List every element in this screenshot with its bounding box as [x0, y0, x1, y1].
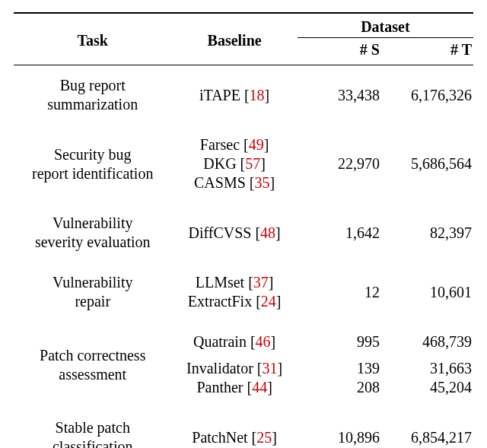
task-line1: Bug report: [60, 77, 126, 94]
data-table: Task Baseline Dataset # S # T Bug report…: [14, 12, 473, 448]
baseline-name: LLMset [: [196, 274, 253, 291]
cite-close: ]: [260, 155, 266, 172]
task-line2: classification: [53, 438, 133, 448]
cite-close: ]: [267, 379, 272, 396]
task-line2: assessment: [59, 366, 126, 383]
s-cell: 22,970: [298, 125, 384, 203]
t-cell: 6,854,217: [384, 408, 473, 448]
s-cell: 10,896: [298, 408, 384, 448]
cite-num: 48: [260, 224, 275, 241]
s-cell: 33,438: [298, 65, 384, 126]
table-container: Task Baseline Dataset # S # T Bug report…: [0, 0, 487, 448]
t-cell: 10,601: [384, 262, 473, 322]
baseline-name: Farsec [: [200, 136, 249, 153]
cite-close: ]: [277, 360, 282, 377]
cite-close: ]: [270, 174, 275, 191]
t-cell: 6,176,326: [384, 65, 473, 126]
t-cell: 5,686,564: [384, 125, 473, 203]
task-line2: repair: [75, 293, 110, 310]
task-line1: Patch correctness: [40, 347, 145, 364]
baseline-cell: Quatrain [46]: [171, 322, 297, 359]
table-row: Patch correctness assessment Quatrain [4…: [14, 322, 473, 359]
task-line2: report identification: [32, 165, 153, 182]
cite-close: ]: [275, 224, 281, 241]
cite-num: 35: [255, 174, 270, 191]
task-line1: Stable patch: [56, 419, 130, 436]
s-cell: 995: [298, 322, 384, 359]
table-row: Vulnerability severity evaluation DiffCV…: [14, 203, 473, 262]
baseline-name: iTAPE [: [199, 87, 250, 103]
task-line2: severity evaluation: [35, 234, 151, 250]
task-line1: Vulnerability: [53, 214, 132, 231]
cite-num: 31: [262, 360, 277, 377]
task-line1: Vulnerability: [53, 274, 132, 291]
task-cell: Patch correctness assessment: [14, 322, 171, 408]
cite-num: 57: [245, 155, 260, 172]
cite-close: ]: [271, 333, 276, 350]
baseline-cell: iTAPE [18]: [171, 65, 297, 126]
cite-num: 18: [250, 87, 265, 103]
table-row: Security bug report identification Farse…: [14, 125, 473, 203]
baseline-cell: DiffCVSS [48]: [171, 203, 297, 262]
cite-num: 49: [249, 136, 264, 153]
cite-close: ]: [269, 274, 274, 291]
baseline-name: Invalidator [: [186, 360, 262, 377]
baseline-name: PatchNet [: [192, 429, 256, 446]
cite-close: ]: [264, 136, 269, 153]
col-task: Task: [14, 13, 171, 65]
header-row-1: Task Baseline Dataset: [14, 13, 473, 38]
col-t: # T: [384, 38, 473, 65]
col-dataset: Dataset: [298, 13, 473, 38]
baseline-cell: PatchNet [25]: [171, 408, 297, 448]
table-row: Stable patch classification PatchNet [25…: [14, 408, 473, 448]
task-line2: summarization: [47, 96, 138, 113]
baseline-name: Quatrain [: [193, 333, 256, 350]
cite-close: ]: [276, 293, 282, 310]
table-row: Vulnerability repair LLMset [37] Extract…: [14, 262, 473, 322]
baseline-name: DKG [: [203, 155, 245, 172]
cite-num: 24: [261, 293, 276, 310]
t-cell: 468,739: [384, 322, 473, 359]
cite-num: 25: [256, 429, 272, 446]
baseline-cell: Farsec [49] DKG [57] CASMS [35]: [171, 125, 297, 203]
cite-num: 46: [256, 333, 271, 350]
baseline-name: ExtractFix [: [188, 293, 261, 310]
task-cell: Stable patch classification: [14, 408, 171, 448]
t-cell: 31,663: [384, 359, 473, 378]
task-line1: Security bug: [54, 146, 132, 163]
table-row: Bug report summarization iTAPE [18] 33,4…: [14, 65, 473, 126]
task-cell: Security bug report identification: [14, 125, 171, 203]
t-cell: 45,204: [384, 378, 473, 408]
s-cell: 208: [298, 378, 384, 408]
task-cell: Vulnerability severity evaluation: [14, 203, 171, 262]
cite-num: 44: [252, 379, 267, 396]
cite-num: 37: [253, 274, 269, 291]
baseline-cell: Invalidator [31]: [171, 359, 297, 378]
task-cell: Bug report summarization: [14, 65, 171, 126]
s-cell: 139: [298, 359, 384, 378]
task-cell: Vulnerability repair: [14, 262, 171, 322]
baseline-cell: LLMset [37] ExtractFix [24]: [171, 262, 297, 322]
s-cell: 12: [298, 262, 384, 322]
s-cell: 1,642: [298, 203, 384, 262]
cite-close: ]: [272, 429, 277, 446]
col-baseline: Baseline: [171, 13, 297, 65]
baseline-cell: Panther [44]: [171, 378, 297, 408]
baseline-name: DiffCVSS [: [188, 224, 260, 241]
baseline-name: CASMS [: [194, 174, 254, 191]
baseline-name: Panther [: [196, 379, 252, 396]
cite-close: ]: [265, 87, 270, 103]
t-cell: 82,397: [384, 203, 473, 262]
col-s: # S: [298, 38, 384, 65]
